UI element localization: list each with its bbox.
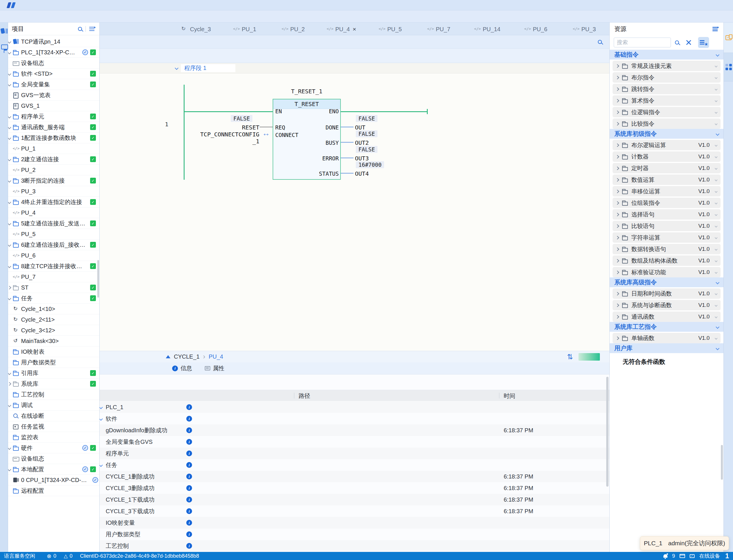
tree-item-process-control[interactable]: 工艺控制: [8, 389, 99, 400]
operand-done[interactable]: OUT: [355, 124, 366, 131]
resource-item[interactable]: 字符串运算 V1.0: [613, 232, 721, 243]
tree-item-user-datatypes[interactable]: 用户数据类型: [8, 357, 99, 368]
operand-error[interactable]: OUT3: [355, 155, 369, 162]
resource-item[interactable]: 日期和时间函数 V1.0: [613, 288, 721, 299]
toggle-view-icon[interactable]: [598, 51, 606, 60]
network-label[interactable]: 程序段 1: [181, 64, 235, 72]
search-icon[interactable]: [675, 40, 679, 44]
resource-item[interactable]: 标准验证功能 V1.0: [613, 267, 721, 277]
tab-pu7[interactable]: PU_7: [414, 23, 463, 35]
table-row[interactable]: IO映射变量: [100, 517, 609, 529]
version-dropdown-icon[interactable]: [715, 304, 718, 307]
chevron-down-icon[interactable]: [716, 53, 719, 57]
chevron-right-icon[interactable]: [615, 87, 619, 91]
version-dropdown-icon[interactable]: [715, 271, 718, 274]
version-dropdown-icon[interactable]: [715, 292, 718, 295]
operand-connect-line1[interactable]: TCP_CONNECTCONFIG: [175, 131, 259, 138]
comment-icon[interactable]: [334, 37, 344, 47]
table-row[interactable]: 软件: [100, 413, 609, 424]
coil-negated-icon[interactable]: [292, 51, 300, 60]
go-online-icon[interactable]: [187, 12, 197, 21]
chevron-right-icon[interactable]: [615, 110, 619, 114]
download-network-icon[interactable]: [414, 37, 424, 47]
tab-properties[interactable]: 属性: [199, 362, 231, 374]
upload-from-device-icon[interactable]: [142, 12, 152, 21]
tree-item-tasks[interactable]: 任务: [8, 293, 99, 304]
chevron-down-icon[interactable]: [716, 132, 719, 136]
chevron-right-icon[interactable]: [615, 236, 619, 240]
move-down-icon[interactable]: [204, 37, 214, 47]
resource-item[interactable]: 跳转指令: [613, 84, 721, 94]
chevron-right-icon[interactable]: [615, 303, 619, 307]
tree-item-device-config[interactable]: 设备组态: [8, 58, 99, 68]
section-header[interactable]: 系统库高级指令: [610, 277, 723, 287]
operand-busy[interactable]: OUT2: [355, 139, 369, 146]
resource-item[interactable]: 布尔逻辑运算 V1.0: [613, 140, 721, 150]
pin-busy[interactable]: BUSY: [287, 140, 339, 146]
favorites-filter-icon[interactable]: [698, 37, 709, 48]
panel-toggle-icon[interactable]: [680, 554, 685, 558]
chevron-icon[interactable]: [100, 405, 103, 409]
chevron-icon[interactable]: [8, 243, 11, 247]
ladder-canvas[interactable]: 1 T_RESET_1 T_RESET EN REQ CONNECT ENO D…: [100, 73, 609, 351]
table-row[interactable]: CYCLE_1下载成功 6:18:37 PM: [100, 494, 609, 505]
tree-item-plc1[interactable]: PLC_1[T324-XP-CD-10]: [8, 47, 99, 58]
divider[interactable]: [202, 12, 212, 21]
chevron-icon[interactable]: [100, 463, 103, 467]
tree-item-maintask[interactable]: MainTask<30>: [8, 336, 99, 346]
download-to-device-icon[interactable]: [127, 12, 137, 21]
version-dropdown-icon[interactable]: [715, 213, 718, 216]
device-run-icon[interactable]: [217, 12, 227, 21]
chevron-right-icon[interactable]: [615, 76, 619, 79]
import-network-icon[interactable]: [220, 37, 230, 47]
resource-item[interactable]: 选择语句 V1.0: [613, 209, 721, 220]
block-instance-name[interactable]: T_RESET_1: [273, 88, 341, 95]
resource-item[interactable]: 布尔指令: [613, 72, 721, 83]
resource-item[interactable]: 位逻辑指令: [613, 107, 721, 117]
pin-done[interactable]: DONE: [287, 124, 339, 131]
chevron-down-icon[interactable]: [716, 325, 719, 329]
breadcrumb-unit[interactable]: PU_4: [209, 353, 223, 360]
chevron-right-icon[interactable]: [615, 99, 619, 103]
chevron-right-icon[interactable]: [615, 190, 619, 193]
tab-pu3[interactable]: PU_3: [560, 23, 608, 35]
chevron-down-icon[interactable]: [716, 346, 719, 350]
tree-item-hw-device-config[interactable]: 设备组态: [8, 453, 99, 464]
version-dropdown-icon[interactable]: [715, 190, 718, 193]
tree-item-pu6[interactable]: PU_6: [8, 250, 99, 261]
refresh-icon[interactable]: [253, 37, 263, 47]
tree-item-pu5[interactable]: PU_5: [8, 229, 99, 240]
resource-item[interactable]: 比较指令: [613, 118, 721, 129]
tree-item-local-config[interactable]: 本地配置: [8, 464, 99, 475]
network-devices-icon[interactable]: [0, 39, 8, 56]
section-header[interactable]: 基础指令: [610, 50, 723, 60]
version-dropdown-icon[interactable]: [715, 167, 718, 170]
add-element-icon[interactable]: [172, 37, 182, 47]
search-icon[interactable]: [78, 27, 82, 31]
divider[interactable]: [398, 37, 408, 47]
divider[interactable]: [81, 12, 92, 21]
nav-first-icon[interactable]: [165, 51, 173, 60]
export-network-icon[interactable]: [237, 37, 246, 47]
warning-count[interactable]: 0: [64, 553, 73, 559]
divider[interactable]: [157, 12, 167, 21]
tree-item-gvs1[interactable]: GVS_1: [8, 101, 99, 111]
save-icon[interactable]: [36, 12, 47, 21]
branch-down-icon[interactable]: [203, 51, 212, 60]
chevron-icon[interactable]: [8, 115, 11, 118]
chevron-icon[interactable]: [8, 83, 11, 86]
tree-item-folder3[interactable]: 3断开指定的连接: [8, 175, 99, 186]
version-dropdown-icon[interactable]: [715, 99, 718, 102]
version-dropdown-icon[interactable]: [715, 236, 718, 239]
tab-pu1[interactable]: PU_1: [220, 23, 269, 35]
table-row[interactable]: 工艺控制: [100, 540, 609, 552]
pin-eno[interactable]: ENO: [287, 108, 339, 114]
table-row[interactable]: gDownloadInfo删除成功 6:18:37 PM: [100, 424, 609, 436]
version-dropdown-icon[interactable]: [715, 88, 718, 90]
chevron-down-icon[interactable]: [716, 281, 719, 284]
new-file-icon[interactable]: [6, 12, 17, 21]
sort-icon[interactable]: [89, 26, 96, 31]
version-dropdown-icon[interactable]: [715, 111, 718, 114]
subtab-general[interactable]: [186, 386, 235, 390]
chevron-right-icon[interactable]: [615, 122, 619, 126]
